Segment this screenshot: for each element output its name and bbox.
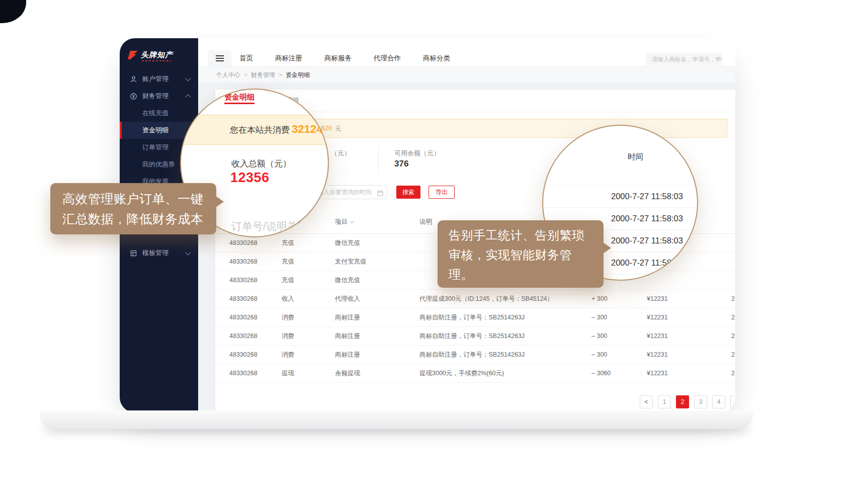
cell-item: 余额提现 xyxy=(335,369,419,378)
cell-balance: ¥12231 xyxy=(647,332,729,340)
hamburger-menu-icon[interactable] xyxy=(208,50,231,66)
cell-balance: ¥12231 xyxy=(647,351,729,358)
cell-desc: 商标自助注册，订单号：SB2514263J xyxy=(419,313,591,322)
export-button[interactable]: 导出 xyxy=(429,186,455,199)
cell-type: 收入 xyxy=(282,295,335,303)
next-page-button[interactable]: > xyxy=(730,395,735,408)
chevron-down-icon xyxy=(185,75,191,81)
page-button[interactable]: 2 xyxy=(676,395,689,408)
cell-amount: – 3060 xyxy=(591,370,647,377)
cell-type: 消费 xyxy=(282,351,335,359)
callout-right: 告别手工统计、告别繁琐审核，实现智能财务管理。 xyxy=(438,220,604,288)
cell-time: 2 xyxy=(729,295,735,302)
callout-line: 审核，实现智能财务管 xyxy=(449,245,592,265)
stats-divider xyxy=(378,146,379,173)
magnified-banner-text: 您在本站共消费 xyxy=(230,124,290,136)
page-button[interactable]: 3 xyxy=(694,395,707,408)
cell-order: 48330268 xyxy=(229,258,282,265)
cell-amount: – 300 xyxy=(591,314,647,321)
cell-amount: – 300 xyxy=(591,351,647,358)
cell-item: 商标注册 xyxy=(335,332,419,341)
cell-item: 商标注册 xyxy=(335,313,419,322)
banner-amount: 820 xyxy=(321,124,332,132)
time-column-header: 时间 xyxy=(628,152,643,162)
cell-time: 2 xyxy=(729,351,735,358)
cell-type: 消费 xyxy=(282,332,335,341)
cell-desc: 代理提成300元（ID:1245，订单号：SB45124） xyxy=(419,295,591,303)
cell-order: 48330268 xyxy=(229,295,282,302)
cell-order: 48330268 xyxy=(229,314,282,321)
pagination: < 12345 > xyxy=(640,395,735,408)
callout-left: 高效管理账户订单、一键汇总数据，降低财务成本 xyxy=(50,183,216,234)
callout-line: 高效管理账户订单、一键 xyxy=(62,189,204,209)
cell-type: 消费 xyxy=(282,313,335,322)
breadcrumb-item[interactable]: 财务管理 xyxy=(251,71,275,79)
page-button[interactable]: 4 xyxy=(712,395,725,408)
breadcrumb-current: 资金明细 xyxy=(286,71,310,79)
cell-desc: 商标自助注册，订单号：SB2514263J xyxy=(419,351,591,359)
table-row[interactable]: 48330268 消费 商标注册 商标自助注册，订单号：SB2514263J –… xyxy=(215,346,735,364)
cell-time: 2 xyxy=(729,314,735,321)
brand-flag-icon xyxy=(128,51,138,59)
cell-time: 2 xyxy=(729,332,735,340)
trademark-search-input[interactable] xyxy=(646,53,722,65)
cell-item: 支付宝充值 xyxy=(335,258,419,266)
callout-line: 汇总数据，降低财务成本 xyxy=(62,209,204,229)
cell-type: 提现 xyxy=(282,369,335,378)
logo: 头牌知产 xyxy=(128,50,173,59)
sidebar-item-account[interactable]: 账户管理 xyxy=(120,70,198,88)
cell-time: 2 xyxy=(729,370,735,377)
callout-line: 理。 xyxy=(449,265,592,284)
page-corner-decoration xyxy=(0,0,26,23)
main-nav: 首页商标注册商标服务代理合作商标分类 xyxy=(235,50,454,66)
cell-balance: ¥12231 xyxy=(647,295,729,302)
trademark-search xyxy=(646,53,722,65)
sidebar-item-label: 模板管理 xyxy=(142,248,168,258)
chevron-down-icon xyxy=(185,249,191,255)
sort-caret-icon xyxy=(350,219,354,223)
breadcrumb-separator: > xyxy=(244,71,247,78)
nav-item[interactable]: 商标注册 xyxy=(271,54,306,63)
brand-name: 头牌知产 xyxy=(141,50,173,59)
breadcrumb-separator: > xyxy=(279,71,282,78)
sidebar-item-finance[interactable]: 财务管理 xyxy=(120,88,198,105)
nav-item[interactable]: 商标分类 xyxy=(419,54,454,63)
cell-balance: ¥12231 xyxy=(647,370,729,377)
wallet-yen-icon xyxy=(130,93,137,100)
laptop-base xyxy=(39,410,753,429)
sidebar-subitem[interactable]: 在线充值 xyxy=(120,105,198,122)
prev-page-button[interactable]: < xyxy=(640,395,653,408)
calendar-icon xyxy=(377,189,383,195)
cell-desc: 商标自助注册，订单号：SB2514263J xyxy=(419,332,591,341)
cell-amount: + 300 xyxy=(591,295,647,302)
available-balance-value: 376 xyxy=(394,159,408,169)
page-button[interactable]: 1 xyxy=(658,395,671,408)
table-row[interactable]: 48330268 收入 代理收入 代理提成300元（ID:1245，订单号：SB… xyxy=(215,290,735,308)
cell-item: 微信充值 xyxy=(335,276,419,285)
cell-type: 充值 xyxy=(282,276,335,285)
nav-item[interactable]: 代理合作 xyxy=(370,54,405,63)
cell-item: 微信充值 xyxy=(335,239,419,247)
cell-order: 48330268 xyxy=(229,239,282,246)
sidebar-item-template[interactable]: 模板管理 xyxy=(120,244,198,262)
available-balance-label: 可用余额（元） xyxy=(394,149,440,158)
sidebar-item-label: 账户管理 xyxy=(142,74,168,83)
cell-type: 充值 xyxy=(282,258,335,266)
nav-item[interactable]: 首页 xyxy=(235,54,257,63)
search-button[interactable]: 搜索 xyxy=(396,186,420,199)
breadcrumb-item[interactable]: 个人中心 xyxy=(216,71,240,79)
top-navigation-bar: 首页商标注册商标服务代理合作商标分类 xyxy=(198,38,735,66)
sidebar-item-label: 财务管理 xyxy=(142,92,168,101)
nav-item[interactable]: 商标服务 xyxy=(320,54,356,63)
template-icon xyxy=(130,249,137,257)
banner-unit: 元 xyxy=(335,125,342,133)
table-row[interactable]: 48330268 消费 商标注册 商标自助注册，订单号：SB2514263J –… xyxy=(215,327,735,346)
stat-label-fragment: （元） xyxy=(331,149,351,158)
table-row[interactable]: 48330268 消费 商标注册 商标自助注册，订单号：SB2514263J –… xyxy=(215,308,735,327)
callout-line: 告别手工统计、告别繁琐 xyxy=(449,225,592,245)
magnified-tab-underline xyxy=(224,103,254,104)
col-item[interactable]: 项目 xyxy=(335,218,419,226)
cell-desc: 提现3000元，手续费2%(60元) xyxy=(419,369,591,378)
table-row[interactable]: 48330268 提现 余额提现 提现3000元，手续费2%(60元) – 30… xyxy=(215,364,735,383)
cell-order: 48330268 xyxy=(229,332,282,340)
